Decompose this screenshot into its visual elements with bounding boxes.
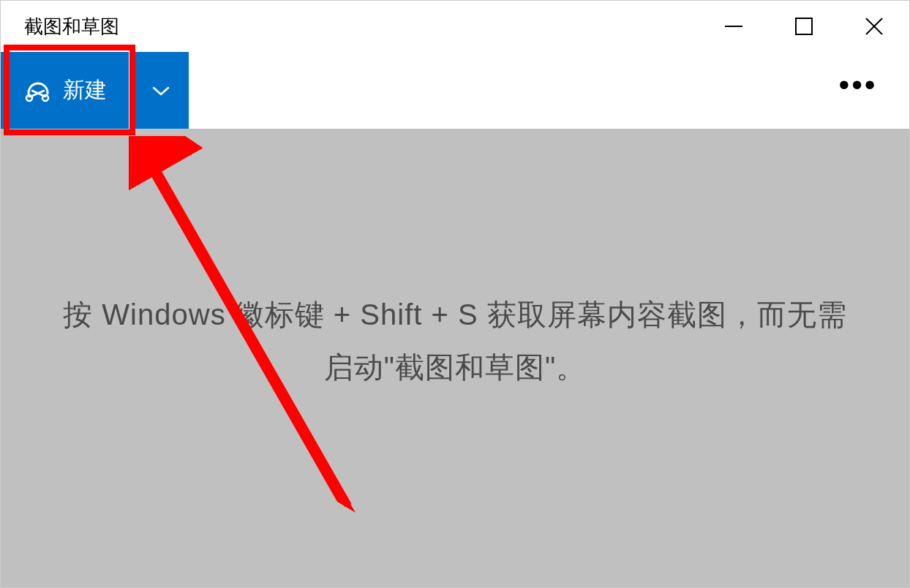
toolbar-spacer — [189, 52, 829, 129]
new-button[interactable]: 新建 — [1, 52, 129, 129]
maximize-button[interactable] — [769, 1, 839, 52]
toolbar: 新建 ••• — [1, 52, 909, 129]
minimize-button[interactable] — [699, 1, 769, 52]
maximize-icon — [794, 17, 813, 36]
shortcut-hint: 按 Windows 徽标键 + Shift + S 获取屏幕内容截图，而无需启动… — [53, 288, 857, 393]
more-button[interactable]: ••• — [829, 52, 887, 129]
close-icon — [863, 15, 885, 37]
window-controls — [699, 1, 909, 52]
chevron-down-icon — [150, 80, 172, 102]
minimize-icon — [723, 16, 744, 37]
app-title: 截图和草图 — [24, 14, 119, 39]
new-dropdown-button[interactable] — [133, 52, 189, 129]
close-button[interactable] — [839, 1, 909, 52]
snip-icon — [23, 76, 53, 105]
more-icon: ••• — [838, 67, 877, 102]
new-button-label: 新建 — [63, 75, 107, 105]
svg-rect-1 — [796, 18, 812, 34]
content-area: 按 Windows 徽标键 + Shift + S 获取屏幕内容截图，而无需启动… — [1, 129, 909, 588]
titlebar: 截图和草图 — [1, 1, 909, 52]
